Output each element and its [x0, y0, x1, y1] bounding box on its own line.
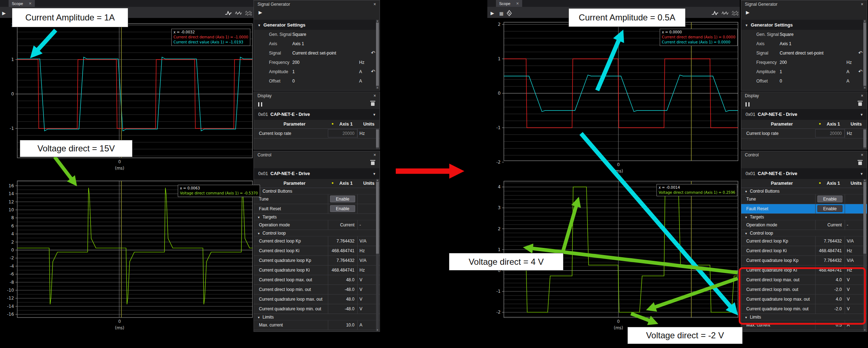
y-tick-label: -14	[7, 304, 14, 309]
callout-voltage-direct: Voltage direct = 15V	[20, 140, 133, 157]
y-tick-label: 3	[498, 205, 501, 210]
cursor-legend: x = 0.0000 Current direct demand (Axis 1…	[660, 29, 738, 46]
y-tick-label: 1	[11, 57, 14, 62]
y-tick-label: -2	[496, 160, 501, 165]
y-tick-label: -16	[7, 312, 14, 317]
y-tick-label: 2	[11, 240, 14, 245]
scope-plots[interactable]: 210-11614121086420-2-4-6-8-10-12-14-1621…	[0, 0, 868, 348]
y-tick-label: 1	[498, 56, 501, 61]
x-tick-label: 0	[617, 162, 619, 167]
cursor-x-value: x = 0.0000	[662, 30, 735, 35]
callout-current-amplitude: Current Amplitude = 1A	[12, 8, 128, 27]
x-tick-label: 0	[617, 319, 619, 324]
y-tick-label: 1	[498, 247, 501, 252]
cursor-x-value: x = -0.0032	[173, 30, 248, 35]
y-tick-label: 16	[9, 183, 14, 188]
demand-readout: Current direct demand (Axis 1) = 0.0000	[662, 35, 735, 40]
highlight-red-box	[739, 267, 866, 325]
value-readout: Current direct value (Axis 1) = 0.0000	[662, 40, 735, 45]
y-tick-label: 14	[9, 191, 14, 196]
y-tick-label: 6	[11, 224, 14, 229]
x-axis-unit: (ms)	[614, 169, 623, 174]
y-tick-label: -1	[10, 126, 14, 131]
y-tick-label: -1	[496, 289, 501, 294]
y-tick-label: 0	[498, 91, 501, 96]
y-tick-label: -10	[7, 288, 14, 293]
y-tick-label: -2	[496, 310, 501, 315]
x-axis-unit: (ms)	[614, 325, 623, 330]
y-tick-label: -2	[10, 255, 14, 260]
callout-voltage-direct-max: Voltage direct = 4 V	[449, 253, 563, 271]
y-tick-label: -1	[496, 125, 501, 130]
y-tick-label: 0	[11, 91, 14, 97]
y-tick-label: 12	[9, 199, 14, 204]
y-tick-label: 4	[498, 184, 501, 189]
y-tick-label: -6	[10, 272, 14, 277]
y-tick-label: 2	[498, 22, 501, 27]
voltage-readout: Voltage direct command (Axis 1) = -0.537…	[180, 191, 258, 196]
y-tick-label: 2	[498, 226, 501, 231]
cursor-legend: x = -0.0032 Current direct demand (Axis …	[171, 29, 250, 46]
y-tick-label: -8	[10, 280, 14, 285]
y-tick-label: 10	[9, 207, 14, 212]
x-tick-label: 0	[118, 319, 121, 324]
callout-current-amplitude: Current Amplitude = 0.5A	[568, 8, 686, 27]
y-tick-label: 0	[11, 248, 14, 253]
y-tick-label: 4	[11, 231, 14, 236]
y-tick-label: 8	[11, 215, 14, 220]
value-readout: Current direct value (Axis 1) = -1.0193	[173, 40, 248, 45]
cursor-x-value: x = 0.0063	[180, 186, 258, 191]
voltage-readout: Voltage direct command (Axis 1) = 0.2596	[659, 190, 735, 195]
app: 210-11614121086420-2-4-6-8-10-12-14-1621…	[0, 0, 868, 348]
y-tick-label: -4	[10, 264, 14, 269]
cursor-x-value: x = -0.0014	[659, 185, 735, 190]
demand-readout: Current direct demand (Axis 1) = -1.0000	[173, 35, 248, 40]
cursor-legend: x = 0.0063 Voltage direct command (Axis …	[178, 185, 260, 197]
x-axis-unit: (ms)	[115, 166, 124, 171]
x-tick-label: 0	[118, 159, 121, 164]
cursor-legend: x = -0.0014 Voltage direct command (Axis…	[656, 184, 737, 196]
x-axis-unit: (ms)	[115, 325, 124, 330]
callout-voltage-direct-min: Voltage direct = -2 V	[627, 327, 743, 344]
y-tick-label: -12	[7, 296, 14, 301]
